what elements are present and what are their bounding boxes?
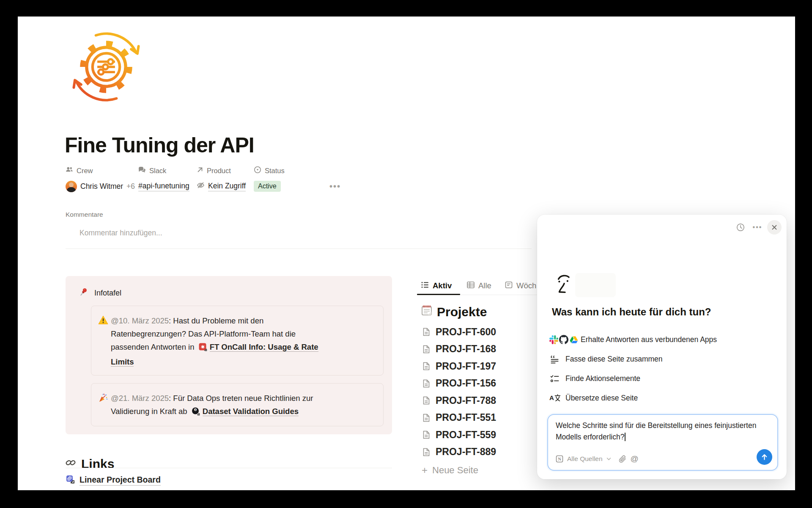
plus-icon: +: [422, 464, 428, 476]
note-text: @10. März 2025: Hast du Probleme mit den…: [111, 314, 333, 375]
slack-icon: [549, 335, 558, 344]
active-tab-underline: [417, 294, 460, 295]
list-view-icon: [421, 281, 429, 291]
property-value-slack[interactable]: #api-funetuning: [138, 179, 189, 193]
suggestion-connected-apps[interactable]: Erhalte Antworten aus verbundenen Apps: [549, 330, 717, 349]
suggestion-summarize[interactable]: Fasse diese Seite zusammen: [549, 349, 717, 369]
suggestion-action-items[interactable]: Finde Aktionselemente: [549, 369, 717, 388]
github-icon: [559, 335, 568, 344]
ai-suggestions: Erhalte Antworten aus verbundenen Apps F…: [549, 330, 717, 408]
avatar: [66, 181, 77, 192]
svg-text:8: 8: [195, 409, 196, 411]
project-page-link[interactable]: PROJ-FT-600: [422, 326, 496, 338]
spiral-notepad-icon: [421, 304, 433, 319]
project-page-link[interactable]: PROJ-FT-168: [422, 343, 496, 355]
page-icon: [422, 430, 431, 439]
infoboard-header: Infotafel: [78, 287, 121, 299]
ellipsis-icon: •••: [753, 224, 763, 231]
page-icon: [422, 379, 431, 388]
info-note: @10. März 2025: Hast du Probleme mit den…: [91, 306, 384, 375]
linear-app-icon: [66, 475, 74, 486]
page-icon: [422, 413, 431, 422]
pushpin-icon: [78, 287, 88, 299]
siren-page-icon: [198, 342, 207, 355]
table-view-icon: [466, 281, 475, 291]
property-label-crew: Crew: [66, 166, 93, 176]
close-panel-button[interactable]: [767, 220, 782, 235]
project-page-link[interactable]: PROJ-FT-156: [422, 378, 496, 389]
send-button[interactable]: [757, 449, 772, 465]
status-badge[interactable]: Active: [254, 181, 281, 192]
ai-chat-input[interactable]: Welche Schritte sind für die Bereitstell…: [547, 414, 778, 471]
info-note: @21. März 2025: Für Data Ops treten neue…: [91, 383, 384, 426]
text-cursor: [625, 433, 625, 441]
project-page-link[interactable]: PROJ-FT-551: [422, 412, 496, 424]
summarize-icon: [549, 354, 565, 364]
page-icon: [422, 362, 431, 371]
slack-channel-link[interactable]: #api-funetuning: [138, 182, 189, 191]
link-chain-icon: [65, 457, 76, 471]
app-icons-cluster: [549, 335, 581, 344]
crew-person-name: Chris Witmer: [80, 182, 123, 191]
attach-file-icon[interactable]: [618, 455, 627, 463]
page-icon: [422, 396, 431, 405]
tab-alle[interactable]: Alle: [466, 280, 491, 292]
property-value-status[interactable]: Active: [254, 179, 281, 193]
page-title: Fine Tuning der API: [65, 133, 254, 157]
new-page-button[interactable]: + Neue Seite: [422, 464, 496, 476]
project-page-link[interactable]: PROJ-FT-788: [422, 395, 496, 406]
close-icon: [771, 224, 778, 231]
product-link[interactable]: Kein Zugriff: [208, 182, 246, 191]
comments-section-label: Kommentare: [66, 211, 103, 218]
chat-bubbles-icon: [138, 166, 146, 175]
tab-woechentlich[interactable]: Wöch: [505, 280, 536, 292]
page-icon: [422, 345, 431, 354]
notion-logo-icon: N: [556, 455, 563, 463]
properties-more-button[interactable]: •••: [329, 179, 341, 193]
links-section-heading: Links: [65, 457, 114, 471]
infoboard-callout: Infotafel @10. März 2025: Hast du Proble…: [66, 276, 392, 434]
property-value-product[interactable]: Kein Zugriff: [197, 179, 246, 193]
panel-actions: •••: [733, 220, 782, 235]
linear-board-link[interactable]: Linear Project Board: [66, 475, 161, 486]
checklist-icon: [549, 373, 565, 384]
mention-icon[interactable]: @: [631, 454, 639, 464]
property-label-status: Status: [254, 166, 285, 176]
project-page-link[interactable]: PROJ-FT-559: [422, 429, 496, 441]
property-label-product: Product: [197, 166, 231, 176]
status-circle-icon: [254, 166, 261, 175]
note-text: @21. März 2025: Für Data Ops treten neue…: [111, 392, 333, 426]
page-icon: [422, 327, 431, 337]
ai-greeting: Was kann ich heute für dich tun?: [552, 306, 711, 318]
history-button[interactable]: [733, 220, 748, 235]
property-value-crew[interactable]: Chris Witmer +6: [66, 179, 135, 193]
input-toolbar: N Alle Quellen @: [556, 453, 639, 465]
eightball-page-icon: 8: [191, 406, 200, 420]
validation-page-link[interactable]: Dataset Validation Guides: [203, 407, 299, 416]
clock-icon: [736, 223, 745, 232]
property-label-slack: Slack: [138, 166, 166, 176]
arrow-up-icon: [761, 453, 768, 461]
source-selector[interactable]: Alle Quellen: [567, 455, 603, 463]
comments-divider: [66, 248, 532, 249]
google-drive-icon: [569, 335, 578, 344]
note-date: @21. März 2025: [111, 394, 169, 403]
note-date: @10. März 2025: [111, 316, 169, 325]
tab-aktiv[interactable]: Aktiv: [421, 280, 452, 292]
project-page-link[interactable]: PROJ-FT-197: [422, 360, 496, 372]
comment-input[interactable]: Kommentar hinzufügen...: [80, 229, 162, 237]
suggestion-translate[interactable]: A Übersetze diese Seite: [549, 388, 717, 408]
party-popper-icon: [98, 392, 111, 426]
links-divider: [66, 468, 392, 468]
svg-text:A: A: [549, 394, 554, 401]
infoboard-title: Infotafel: [94, 289, 121, 298]
translate-icon: A: [549, 393, 565, 403]
arrow-up-right-icon: [197, 166, 203, 175]
project-page-link[interactable]: PROJ-FT-889: [422, 446, 496, 458]
ai-input-value[interactable]: Welche Schritte sind für die Bereitstell…: [556, 420, 769, 443]
panel-more-button[interactable]: •••: [750, 220, 765, 235]
ellipsis-icon: •••: [329, 182, 341, 191]
people-icon: [66, 166, 73, 175]
page-logo-gear-sync-icon[interactable]: [69, 30, 143, 104]
chevron-down-icon: [606, 457, 611, 461]
